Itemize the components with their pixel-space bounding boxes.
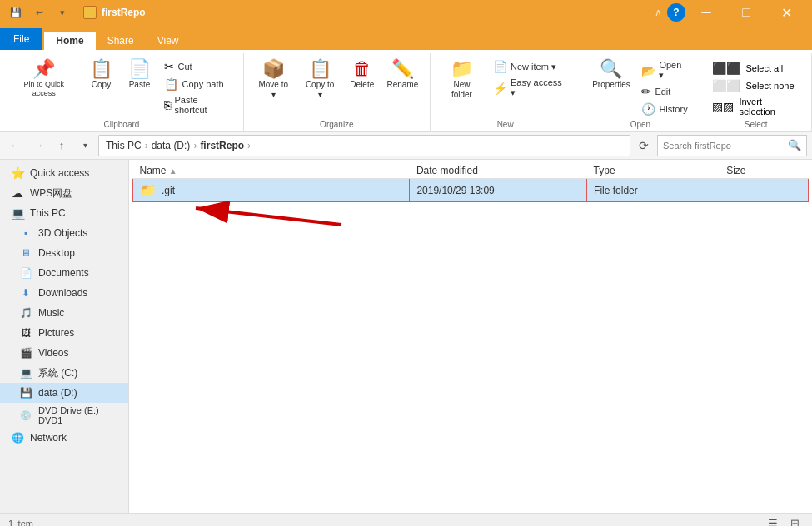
- sidebar-item-this-pc[interactable]: 💻 This PC: [0, 203, 128, 223]
- properties-button[interactable]: 🔍 Properties: [587, 57, 635, 93]
- rename-button[interactable]: ✏️ Rename: [382, 57, 423, 93]
- easy-access-button[interactable]: ⚡ Easy access ▾: [488, 76, 573, 100]
- paste-button[interactable]: 📄 Paste: [121, 57, 157, 93]
- quick-dropdown-icon[interactable]: ▾: [53, 3, 72, 22]
- sidebar-item-label-dvd: DVD Drive (E:) DVD1: [38, 405, 122, 425]
- col-header-date[interactable]: Date modified: [410, 163, 587, 179]
- sidebar-item-label-data-d: data (D:): [38, 387, 122, 399]
- table-row[interactable]: 📁 .git 2019/10/29 13:09 File folder: [133, 179, 809, 202]
- copy-to-button[interactable]: 📋 Copy to ▾: [297, 57, 341, 103]
- select-all-button[interactable]: ⬛⬛ Select all: [707, 60, 805, 77]
- edit-button[interactable]: ✏ Edit: [636, 83, 693, 100]
- downloads-icon: ⬇: [18, 285, 33, 300]
- select-none-label: Select none: [745, 81, 794, 91]
- up-button[interactable]: ↑: [52, 136, 72, 156]
- copy-path-button[interactable]: 📋 Copy path: [159, 76, 236, 92]
- paste-shortcut-button[interactable]: ⎘ Paste shortcut: [159, 93, 236, 117]
- copy-label: Copy: [92, 80, 111, 90]
- main-layout: ⭐ Quick access ☁ WPS网盘 💻 This PC ▪ 3D Ob…: [0, 160, 812, 513]
- tab-file[interactable]: File: [0, 28, 42, 50]
- file-name-cell[interactable]: 📁 .git: [133, 179, 410, 202]
- down-dropdown-button[interactable]: ▾: [75, 136, 95, 156]
- minimize-button[interactable]: ─: [687, 0, 725, 25]
- col-header-size[interactable]: Size: [720, 163, 808, 179]
- col-header-name[interactable]: Name ▲: [133, 163, 410, 179]
- sidebar-item-documents[interactable]: 📄 Documents: [0, 263, 128, 283]
- data-d-icon: 💾: [18, 385, 33, 400]
- new-item-button[interactable]: 📄 New item ▾: [488, 58, 573, 75]
- sys-c-icon: 💻: [18, 365, 33, 380]
- pin-label: Pin to Quick access: [12, 80, 76, 98]
- cut-icon: ✂: [164, 60, 174, 73]
- select-all-icon: ⬛⬛: [712, 62, 740, 75]
- tab-share[interactable]: Share: [96, 32, 146, 50]
- folder-icon: 📁: [140, 182, 157, 198]
- sidebar-item-network[interactable]: 🌐 Network: [0, 428, 128, 448]
- copy-icon: 📋: [90, 60, 112, 78]
- pin-icon: 📌: [32, 60, 55, 78]
- breadcrumb[interactable]: This PC › data (D:) › firstRepo ›: [98, 135, 630, 156]
- pictures-icon: 🖼: [18, 325, 33, 340]
- sidebar-item-label-this-pc: This PC: [30, 207, 122, 219]
- tab-view[interactable]: View: [146, 32, 191, 50]
- delete-button[interactable]: 🗑 Delete: [344, 57, 381, 93]
- copy-button[interactable]: 📋 Copy: [82, 57, 119, 93]
- select-none-icon: ⬜⬜: [712, 79, 740, 92]
- invert-selection-button[interactable]: ▨▨ Invert selection: [707, 95, 805, 118]
- sidebar-item-pictures[interactable]: 🖼 Pictures: [0, 323, 128, 343]
- cut-button[interactable]: ✂ Cut: [159, 58, 236, 75]
- sidebar-item-desktop[interactable]: 🖥 Desktop: [0, 243, 128, 263]
- sidebar-item-sys-c[interactable]: 💻 系统 (C:): [0, 363, 128, 383]
- sidebar-item-data-d[interactable]: 💾 data (D:): [0, 383, 128, 403]
- breadcrumb-this-pc[interactable]: This PC: [106, 140, 142, 151]
- ribbon-group-open: 🔍 Properties 📂 Open ▾ ✏ Edit 🕐 History: [580, 53, 700, 131]
- edit-icon: ✏: [641, 85, 651, 98]
- sidebar-item-music[interactable]: 🎵 Music: [0, 303, 128, 323]
- properties-icon: 🔍: [600, 60, 622, 78]
- breadcrumb-data-d[interactable]: data (D:): [152, 140, 191, 151]
- paste-icon: 📄: [128, 60, 151, 78]
- status-bar: 1 item ☰ ⊞: [0, 513, 812, 526]
- quick-access-icon: ⭐: [10, 166, 25, 181]
- back-button[interactable]: ←: [5, 136, 25, 156]
- quick-save-icon[interactable]: 💾: [7, 3, 25, 22]
- sidebar-item-wps[interactable]: ☁ WPS网盘: [0, 183, 128, 203]
- sidebar-item-3d-objects[interactable]: ▪ 3D Objects: [0, 223, 128, 243]
- delete-label: Delete: [350, 80, 374, 90]
- close-button[interactable]: ✕: [767, 0, 805, 25]
- help-button[interactable]: ?: [667, 3, 685, 22]
- sidebar-item-label-wps: WPS网盘: [30, 186, 122, 201]
- open-button[interactable]: 📂 Open ▾: [636, 58, 693, 82]
- forward-button[interactable]: →: [28, 136, 48, 156]
- new-folder-button[interactable]: 📁 New folder: [437, 57, 486, 103]
- search-box[interactable]: 🔍: [657, 135, 807, 156]
- large-icons-view-button[interactable]: ⊞: [785, 514, 804, 527]
- refresh-button[interactable]: ⟳: [634, 136, 654, 156]
- sidebar-item-videos[interactable]: 🎬 Videos: [0, 343, 128, 363]
- search-input[interactable]: [663, 141, 785, 151]
- sidebar-item-downloads[interactable]: ⬇ Downloads: [0, 283, 128, 303]
- sidebar-item-label-network: Network: [30, 432, 122, 444]
- sidebar-item-dvd[interactable]: 💿 DVD Drive (E:) DVD1: [0, 403, 128, 428]
- select-none-button[interactable]: ⬜⬜ Select none: [707, 77, 805, 94]
- tab-home[interactable]: Home: [44, 32, 95, 50]
- breadcrumb-current[interactable]: firstRepo: [200, 140, 244, 151]
- invert-label: Invert selection: [739, 97, 800, 117]
- history-button[interactable]: 🕐 History: [636, 101, 693, 117]
- sidebar-item-label-videos: Videos: [38, 347, 122, 359]
- sidebar-item-quick-access[interactable]: ⭐ Quick access: [0, 163, 128, 183]
- quick-undo-icon[interactable]: ↩: [30, 3, 48, 22]
- search-icon: 🔍: [788, 139, 801, 151]
- file-size: [720, 179, 808, 202]
- rename-label: Rename: [386, 80, 418, 90]
- pin-quick-access-button[interactable]: 📌 Pin to Quick access: [7, 57, 81, 102]
- maximize-button[interactable]: □: [727, 0, 765, 25]
- open-group-label: Open: [630, 118, 650, 129]
- move-to-button[interactable]: 📦 Move to ▾: [251, 57, 296, 103]
- details-view-button[interactable]: ☰: [764, 514, 782, 527]
- sidebar-item-label-3d: 3D Objects: [38, 227, 122, 239]
- sidebar-item-label-music: Music: [38, 307, 122, 319]
- col-header-type[interactable]: Type: [587, 163, 720, 179]
- ribbon-expand-btn[interactable]: ∧: [655, 7, 662, 18]
- new-folder-icon: 📁: [451, 60, 473, 78]
